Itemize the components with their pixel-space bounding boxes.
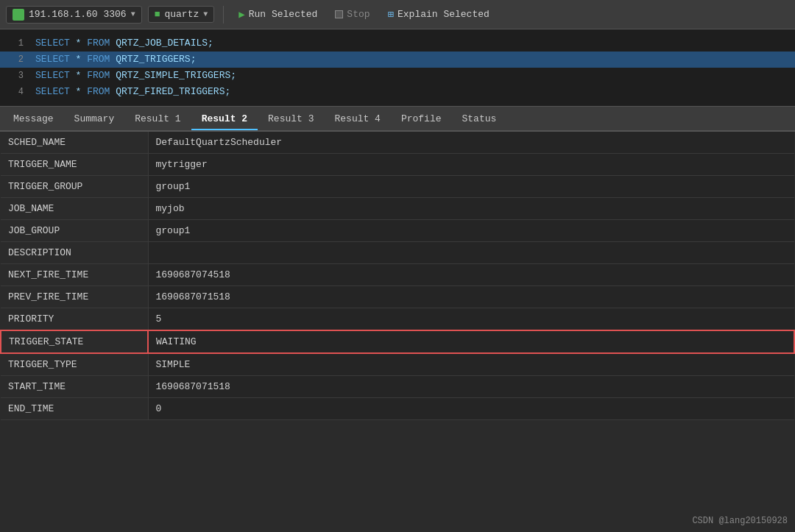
table-row: DESCRIPTION: [1, 242, 794, 264]
field-input[interactable]: [156, 336, 786, 347]
table-row: NEXT_FIRE_TIME: [1, 264, 794, 286]
tab-result1[interactable]: Result 1: [124, 109, 191, 130]
field-name: JOB_NAME: [1, 198, 148, 220]
db-icon: [13, 9, 24, 21]
explain-label: Explain Selected: [398, 9, 490, 20]
field-value[interactable]: [148, 308, 794, 331]
field-value[interactable]: [148, 286, 794, 308]
sql-code: SELECT * FROM QRTZ_TRIGGERS;: [35, 52, 196, 68]
tab-result2[interactable]: Result 2: [191, 109, 258, 130]
connection-selector[interactable]: 191.168.1.60 3306 ▼: [6, 6, 142, 24]
field-name: TRIGGER_STATE: [1, 330, 148, 353]
table-row: PRIORITY: [1, 308, 794, 331]
stop-icon: [335, 10, 343, 18]
tab-profile[interactable]: Profile: [391, 109, 452, 130]
connection-chevron-icon: ▼: [131, 10, 135, 18]
field-name: START_TIME: [1, 376, 148, 398]
explain-selected-button[interactable]: ⊞ Explain Selected: [382, 5, 495, 24]
run-selected-button[interactable]: ▶ Run Selected: [233, 5, 323, 24]
table-row: JOB_GROUP: [1, 220, 794, 242]
tab-summary[interactable]: Summary: [64, 109, 125, 130]
sql-line: 2SELECT * FROM QRTZ_TRIGGERS;: [0, 52, 795, 68]
field-name: SCHED_NAME: [1, 132, 148, 154]
explain-icon: ⊞: [388, 8, 394, 21]
field-input[interactable]: [156, 313, 788, 324]
sql-code: SELECT * FROM QRTZ_SIMPLE_TRIGGERS;: [35, 68, 236, 84]
sql-editor[interactable]: 1SELECT * FROM QRTZ_JOB_DETAILS;2SELECT …: [0, 29, 795, 107]
field-input[interactable]: [156, 247, 788, 258]
run-label: Run Selected: [249, 9, 318, 20]
field-name: PREV_FIRE_TIME: [1, 286, 148, 308]
line-number: 1: [6, 35, 24, 52]
table-row: TRIGGER_NAME: [1, 154, 794, 176]
field-value[interactable]: [148, 132, 794, 154]
stop-button[interactable]: Stop: [329, 6, 375, 23]
database-chevron-icon: ▼: [203, 10, 208, 18]
table-row: TRIGGER_TYPE: [1, 353, 794, 376]
field-input[interactable]: [156, 291, 788, 302]
field-input[interactable]: [156, 181, 788, 192]
sql-code: SELECT * FROM QRTZ_JOB_DETAILS;: [35, 35, 213, 52]
separator1: [223, 6, 224, 24]
table-row: START_TIME: [1, 376, 794, 398]
table-row: TRIGGER_GROUP: [1, 176, 794, 198]
field-value[interactable]: [148, 242, 794, 264]
field-name: PRIORITY: [1, 308, 148, 331]
field-value[interactable]: [148, 376, 794, 398]
sql-code: SELECT * FROM QRTZ_FIRED_TRIGGERS;: [35, 84, 230, 100]
field-value[interactable]: [148, 353, 794, 376]
tab-result3[interactable]: Result 3: [258, 109, 324, 130]
field-input[interactable]: [156, 403, 788, 414]
db-leaf-icon: ■: [155, 9, 160, 20]
line-number: 2: [6, 52, 24, 68]
field-name: TRIGGER_TYPE: [1, 353, 148, 376]
table-row: END_TIME: [1, 398, 794, 420]
tabs-bar: MessageSummaryResult 1Result 2Result 3Re…: [0, 107, 795, 132]
field-name: NEXT_FIRE_TIME: [1, 264, 148, 286]
results-area[interactable]: SCHED_NAMETRIGGER_NAMETRIGGER_GROUPJOB_N…: [0, 132, 795, 532]
table-row: PREV_FIRE_TIME: [1, 286, 794, 308]
run-icon: ▶: [239, 8, 244, 21]
result-table: SCHED_NAMETRIGGER_NAMETRIGGER_GROUPJOB_N…: [0, 132, 795, 420]
field-name: END_TIME: [1, 398, 148, 420]
tab-message[interactable]: Message: [3, 109, 64, 130]
field-value[interactable]: [148, 330, 794, 353]
field-name: TRIGGER_NAME: [1, 154, 148, 176]
field-value[interactable]: [148, 154, 794, 176]
field-value[interactable]: [148, 198, 794, 220]
field-input[interactable]: [156, 225, 788, 236]
line-number: 3: [6, 68, 24, 84]
tab-result4[interactable]: Result 4: [324, 109, 390, 130]
field-input[interactable]: [156, 203, 788, 214]
field-input[interactable]: [156, 159, 788, 170]
sql-line: 1SELECT * FROM QRTZ_JOB_DETAILS;: [0, 35, 795, 52]
table-row: TRIGGER_STATE: [1, 330, 794, 353]
connection-label: 191.168.1.60 3306: [29, 9, 127, 20]
field-input[interactable]: [156, 359, 788, 370]
database-label: quartz: [164, 9, 199, 20]
table-row: JOB_NAME: [1, 198, 794, 220]
field-value[interactable]: [148, 264, 794, 286]
field-value[interactable]: [148, 220, 794, 242]
field-name: TRIGGER_GROUP: [1, 176, 148, 198]
field-name: JOB_GROUP: [1, 220, 148, 242]
field-value[interactable]: [148, 398, 794, 420]
field-name: DESCRIPTION: [1, 242, 148, 264]
database-selector[interactable]: ■ quartz ▼: [148, 6, 215, 23]
table-row: SCHED_NAME: [1, 132, 794, 154]
tab-status[interactable]: Status: [452, 109, 507, 130]
toolbar: 191.168.1.60 3306 ▼ ■ quartz ▼ ▶ Run Sel…: [0, 0, 795, 29]
field-input[interactable]: [156, 381, 788, 392]
field-value[interactable]: [148, 176, 794, 198]
sql-line: 4SELECT * FROM QRTZ_FIRED_TRIGGERS;: [0, 84, 795, 100]
line-number: 4: [6, 84, 24, 100]
field-input[interactable]: [156, 269, 788, 280]
field-input[interactable]: [156, 137, 788, 148]
sql-line: 3SELECT * FROM QRTZ_SIMPLE_TRIGGERS;: [0, 68, 795, 84]
stop-label: Stop: [347, 9, 370, 20]
watermark: CSDN @lang20150928: [692, 516, 788, 526]
